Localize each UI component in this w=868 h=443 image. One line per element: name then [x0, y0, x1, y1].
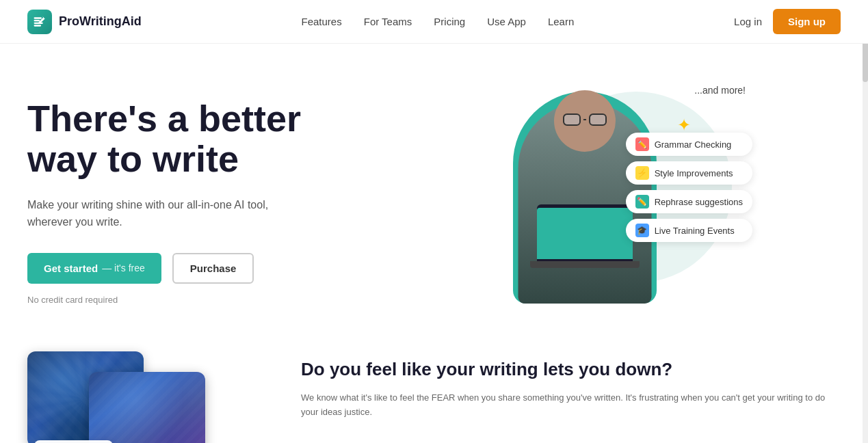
style-icon: ⚡ [635, 166, 649, 180]
hero-cta-row: Get started — it's free Purchase [27, 253, 410, 284]
navbar-actions: Log in Sign up [734, 9, 841, 34]
hero-section: There's a better way to write Make your … [0, 44, 868, 338]
hero-content: There's a better way to write Make your … [27, 85, 410, 305]
second-section: My idea in my head Do you feel like your… [0, 338, 868, 443]
sparkle-icon: ✦ [677, 116, 691, 135]
idea-chip: My idea in my head [34, 440, 113, 443]
section-headline: Do you feel like your writing lets you d… [301, 358, 841, 381]
training-icon: 🎓 [635, 224, 649, 237]
login-button[interactable]: Log in [734, 16, 762, 27]
no-credit-text: No credit card required [27, 295, 410, 305]
signup-button[interactable]: Sign up [773, 9, 841, 34]
nav-for-teams[interactable]: For Teams [364, 16, 412, 27]
nav-pricing[interactable]: Pricing [434, 16, 465, 27]
brand-logo-icon [27, 10, 52, 34]
brand-name-text: ProWritingAid [59, 14, 142, 29]
badge-style: ⚡ Style Improvements [626, 161, 752, 185]
brand-logo-link[interactable]: ProWritingAid [27, 10, 142, 34]
scrollbar-track[interactable] [863, 0, 868, 443]
laptop-base [530, 261, 640, 268]
badge-grammar: ✏️ Grammar Checking [626, 133, 752, 156]
badge-rephrase: ✏️ Rephrase suggestions [626, 190, 752, 213]
section-body: We know what it's like to feel the FEAR … [301, 391, 841, 420]
feature-badges: ✏️ Grammar Checking ⚡ Style Improvements… [626, 133, 752, 242]
section-text: Do you feel like your writing lets you d… [301, 351, 841, 419]
person-glasses [563, 113, 607, 126]
nav-features[interactable]: Features [302, 16, 342, 27]
navbar: ProWritingAid Features For Teams Pricing… [0, 0, 868, 44]
grammar-icon: ✏️ [635, 137, 649, 151]
hero-subtext: Make your writing shine with our all-in-… [27, 196, 274, 231]
card-front [89, 372, 205, 443]
get-started-button[interactable]: Get started — it's free [27, 253, 161, 284]
nav-learn[interactable]: Learn [548, 16, 574, 27]
badge-training: 🎓 Live Training Events [626, 219, 752, 242]
section-illustration: My idea in my head [27, 351, 260, 443]
laptop [537, 204, 633, 263]
hero-headline: There's a better way to write [27, 98, 410, 180]
rephrase-icon: ✏️ [635, 195, 649, 209]
nav-use-app[interactable]: Use App [487, 16, 526, 27]
nav-links: Features For Teams Pricing Use App Learn [302, 16, 575, 28]
and-more-text: ...and more! [694, 85, 746, 96]
hero-visual: ...and more! ✦ [438, 78, 752, 324]
purchase-button[interactable]: Purchase [172, 253, 254, 284]
